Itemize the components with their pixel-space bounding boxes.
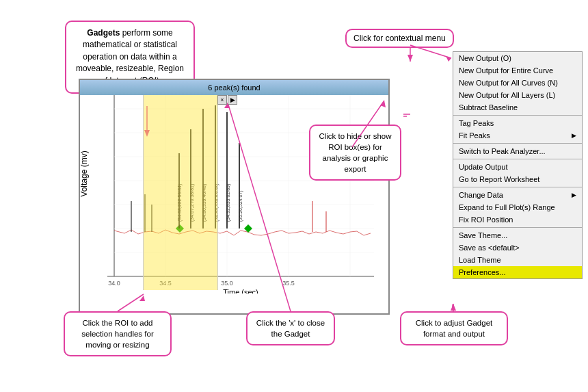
menu-item-fit-peaks[interactable]: Fit Peaks: [453, 129, 582, 142]
close-icon: ×: [220, 96, 224, 103]
bottom-mid-callout: Click the 'x' to close the Gadget: [246, 311, 335, 345]
y-axis-label: Voltage (mv): [79, 151, 89, 196]
roi-right-button[interactable]: ▶: [228, 95, 237, 105]
roi-close-button[interactable]: ×: [217, 95, 227, 105]
svg-text:(34.92,833.02/89): (34.92,833.02/89): [226, 184, 231, 222]
bottom-right-callout: Click to adjust Gadget format and output: [400, 311, 508, 345]
menu-item-fix-roi[interactable]: Fix ROI Position: [453, 213, 582, 226]
bottom-left-callout: Click the ROI to add selection handles f…: [64, 311, 172, 356]
peak-count-label: 6 peak(s) found: [208, 83, 260, 92]
svg-text:35.0: 35.0: [221, 280, 233, 287]
menu-item-save-theme[interactable]: Save Theme...: [453, 229, 582, 241]
menu-item-new-output-entire[interactable]: New Output for Entire Curve: [453, 64, 582, 77]
hide-roi-label: Click to hide or show ROI box(es) for an…: [319, 132, 391, 173]
right-arrow-icon: ▶: [230, 96, 235, 103]
menu-item-change-data[interactable]: Change Data: [453, 189, 582, 201]
menu-item-switch-peak-analyzer[interactable]: Switch to Peak Analyzer...: [453, 145, 582, 157]
menu-separator-1: [453, 115, 582, 116]
menu-item-expand-full-plot[interactable]: Expand to Full Plot(s) Range: [453, 201, 582, 213]
roi-highlight[interactable]: [143, 95, 218, 290]
bottom-right-label: Click to adjust Gadget format and output: [416, 319, 493, 338]
menu-item-new-output-all-curves[interactable]: New Output for All Curves (N): [453, 77, 582, 89]
contextual-menu-label: Click for contextual menu: [353, 34, 446, 43]
menu-item-preferences[interactable]: Preferences...: [453, 266, 582, 278]
svg-marker-59: [446, 56, 451, 62]
menu-separator-3: [453, 159, 582, 159]
menu-item-go-to-report[interactable]: Go to Report Worksheet: [453, 173, 582, 185]
menu-separator-5: [453, 227, 582, 228]
menu-item-tag-peaks[interactable]: Tag Peaks: [453, 117, 582, 129]
svg-marker-67: [451, 304, 456, 311]
menu-item-load-theme[interactable]: Load Theme: [453, 254, 582, 266]
svg-text:35.5: 35.5: [282, 280, 295, 287]
menu-separator-4: [453, 187, 582, 187]
svg-text:(35.26,524.07): (35.26,524.07): [238, 190, 243, 222]
gadgets-bold: Gadgets: [87, 28, 120, 38]
contextual-menu-callout: Click for contextual menu: [345, 29, 454, 48]
bottom-mid-label: Click the 'x' to close the Gadget: [256, 319, 325, 338]
menu-item-subtract-baseline[interactable]: Subtract Baseline: [453, 101, 582, 114]
peak-finder-bar: 6 peak(s) found: [80, 80, 388, 95]
bottom-left-label: Click the ROI to add selection handles f…: [81, 319, 153, 349]
svg-text:34.0: 34.0: [108, 280, 120, 287]
chart-window: 6 peak(s) found × ▶ H 150 200 250: [79, 79, 390, 315]
svg-marker-2: [407, 55, 413, 62]
context-menu: New Output (O) New Output for Entire Cur…: [453, 51, 583, 279]
menu-item-new-output[interactable]: New Output (O): [453, 52, 582, 64]
menu-item-new-output-all-layers[interactable]: New Output for All Layers (L): [453, 89, 582, 101]
menu-item-save-default[interactable]: Save as <default>: [453, 241, 582, 254]
hide-roi-callout: Click to hide or show ROI box(es) for an…: [309, 125, 401, 181]
menu-separator-2: [453, 143, 582, 144]
svg-text:Time (sec): Time (sec): [223, 288, 258, 293]
menu-item-update-output[interactable]: Update Output: [453, 161, 582, 173]
